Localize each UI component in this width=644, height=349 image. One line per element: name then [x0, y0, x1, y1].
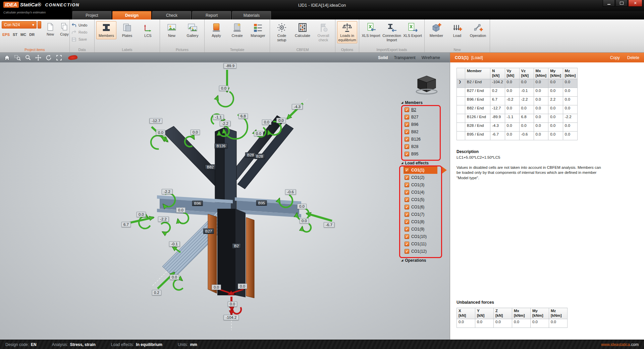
value-cell[interactable]: 0.0	[548, 114, 563, 122]
tab-project[interactable]: Project	[72, 11, 111, 19]
lcs-button[interactable]: LCS	[138, 21, 158, 39]
website-link[interactable]: www.ideastatica.com	[601, 342, 639, 347]
delete-load-button[interactable]: Delete	[627, 55, 639, 60]
value-cell[interactable]: -2.2	[519, 96, 534, 105]
value-cell[interactable]: 0.0	[548, 105, 563, 114]
value-cell[interactable]: 0.0	[505, 79, 519, 88]
value-cell[interactable]: -0.2	[505, 96, 519, 105]
value-cell[interactable]: 0.0	[519, 122, 534, 131]
value-cell[interactable]: 0.0	[534, 131, 548, 140]
checkbox-checked-icon[interactable]: ✓	[405, 190, 409, 195]
checkbox-checked-icon[interactable]: ✓	[405, 205, 409, 209]
project-item-selector[interactable]: Con N24 ▾	[2, 21, 37, 29]
copy-load-button[interactable]: Copy	[610, 55, 620, 60]
load-effect-item-co1-8[interactable]: ✓CO1(8)	[405, 218, 449, 226]
rotate-icon[interactable]	[45, 54, 52, 61]
value-cell[interactable]: 0.0	[548, 88, 563, 96]
table-row[interactable]: B96 / End6.7-0.2-2.20.02.20.0	[457, 96, 578, 105]
value-cell[interactable]: 0.0	[563, 105, 578, 114]
value-cell[interactable]: -12.7	[490, 105, 505, 114]
table-row[interactable]: B82 / End-12.70.00.00.00.00.0	[457, 105, 578, 114]
load-effect-item-co1-2[interactable]: ✓CO1(2)	[405, 174, 449, 181]
scene[interactable]: B126B28B28B82B96B95B27B2-89.90.0-4.3-1.1…	[0, 62, 450, 340]
checkbox-checked-icon[interactable]: ✓	[405, 130, 409, 134]
load-effect-item-co1-1[interactable]: ✓CO1(1)	[404, 166, 437, 174]
checkbox-checked-icon[interactable]: ✓	[405, 212, 409, 217]
maximize-button[interactable]	[615, 0, 628, 7]
value-cell[interactable]: 0.0	[534, 88, 548, 96]
table-row[interactable]: B126 / End-89.9-1.16.80.00.0-2.2	[457, 114, 578, 122]
table-row[interactable]: B95 / End-6.70.0-0.60.00.00.0	[457, 131, 578, 140]
value-cell[interactable]: 0.0	[548, 79, 563, 88]
member-item-b82[interactable]: ✓B82	[405, 128, 449, 136]
new-button[interactable]: New	[162, 21, 182, 39]
view-mode-transparent[interactable]: Transparent	[394, 55, 415, 60]
new-project-item-button[interactable]: New	[43, 21, 57, 38]
home-icon[interactable]	[4, 54, 10, 61]
load-effect-item-co1-7[interactable]: ✓CO1(7)	[405, 211, 449, 218]
member-item-b27[interactable]: ✓B27	[405, 113, 449, 121]
value-cell[interactable]: 0.0	[563, 122, 578, 131]
load-effect-item-co1-10[interactable]: ✓CO1(10)	[405, 233, 449, 240]
view-mode-solid[interactable]: Solid	[378, 55, 388, 60]
value-cell[interactable]: 0.0	[563, 88, 578, 96]
value-cell[interactable]: -89.9	[490, 114, 505, 122]
checkbox-checked-icon[interactable]: ✓	[405, 249, 409, 254]
table-row[interactable]: B28 / End-4.30.00.00.00.00.0	[457, 122, 578, 131]
value-cell[interactable]: -4.3	[490, 122, 505, 131]
value-cell[interactable]: 0.0	[534, 96, 548, 105]
checkbox-checked-icon[interactable]: ✓	[405, 234, 409, 239]
value-cell[interactable]: -0.1	[519, 88, 534, 96]
checkbox-checked-icon[interactable]: ✓	[405, 175, 409, 180]
scene-canvas[interactable]	[0, 62, 450, 340]
checkbox-checked-icon[interactable]: ✓	[405, 227, 409, 232]
load-button[interactable]: Load	[447, 21, 467, 39]
project-item-accent-strip[interactable]	[38, 21, 41, 29]
copy-project-item-button[interactable]: Copy	[57, 21, 71, 38]
fit-icon[interactable]	[56, 54, 62, 61]
xls-export-button[interactable]: XLS Export	[402, 21, 423, 39]
load-effect-item-co1-12[interactable]: ✓CO1(12)	[405, 248, 449, 255]
zoom-window-icon[interactable]	[14, 54, 21, 61]
value-cell[interactable]: -6.7	[490, 131, 505, 140]
value-cell[interactable]: 0.0	[534, 79, 548, 88]
description-value[interactable]: LC1+5.00*LC2+1.50*LC5	[457, 155, 644, 159]
table-row[interactable]: B27 / End0.20.0-0.10.00.00.0	[457, 88, 578, 96]
analysis-mode-dr[interactable]: DR	[29, 33, 35, 37]
member-item-b95[interactable]: ✓B95	[405, 150, 449, 158]
checkbox-checked-icon[interactable]: ✓	[405, 197, 409, 202]
calculate-button[interactable]: Calculate	[292, 21, 313, 39]
zoom-icon[interactable]	[24, 54, 31, 61]
value-cell[interactable]: 0.2	[490, 88, 505, 96]
manager-button[interactable]: Manager	[248, 21, 268, 39]
value-cell[interactable]: 0.0	[505, 88, 519, 96]
value-cell[interactable]: 2.2	[548, 96, 563, 105]
load-effect-item-co1-6[interactable]: ✓CO1(6)	[405, 203, 449, 211]
value-cell[interactable]: -2.2	[563, 114, 578, 122]
view-mode-wireframe[interactable]: Wireframe	[422, 55, 440, 60]
load-effect-item-co1-11[interactable]: ✓CO1(11)	[405, 240, 449, 248]
members-button[interactable]: Members	[96, 21, 116, 39]
analysis-mode-st[interactable]: ST	[13, 33, 17, 37]
xls-import-button[interactable]: XLS Import	[361, 21, 381, 39]
checkbox-checked-icon[interactable]: ✓	[405, 242, 409, 246]
gallery-button[interactable]: Gallery	[182, 21, 203, 39]
connection-import-button[interactable]: Connection Import	[382, 21, 402, 43]
value-cell[interactable]: -1.1	[505, 114, 519, 122]
checkbox-checked-icon[interactable]: ✓	[405, 122, 409, 127]
load-effect-item-co1-5[interactable]: ✓CO1(5)	[405, 196, 449, 203]
checkbox-checked-icon[interactable]: ✓	[405, 137, 409, 142]
member-button[interactable]: Member	[426, 21, 446, 39]
tree-members-header[interactable]: ◢ Members	[401, 99, 449, 106]
view-cube[interactable]	[415, 74, 438, 97]
checkbox-checked-icon[interactable]: ✓	[405, 107, 409, 112]
pan-icon[interactable]	[35, 54, 42, 61]
code-setup-button[interactable]: Code setup	[272, 21, 292, 43]
loads-in-equilibrium-button[interactable]: Loads in equilibrium	[337, 21, 357, 43]
value-cell[interactable]: 0.0	[563, 131, 578, 140]
checkbox-checked-icon[interactable]: ✓	[405, 115, 409, 119]
analysis-mode-mc[interactable]: MC	[20, 33, 26, 37]
checkbox-checked-icon[interactable]: ✓	[405, 144, 409, 149]
load-effect-item-co1-4[interactable]: ✓CO1(4)	[405, 189, 449, 196]
value-cell[interactable]: 0.0	[519, 105, 534, 114]
